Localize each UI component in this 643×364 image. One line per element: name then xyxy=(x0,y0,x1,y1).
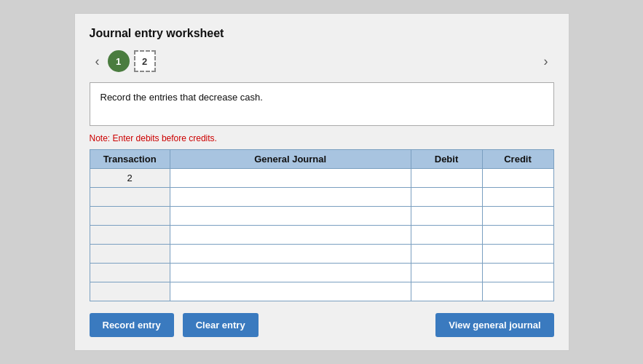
debit-input-cell[interactable] xyxy=(411,226,482,245)
table-row: 2 xyxy=(90,169,553,188)
credit-input[interactable] xyxy=(487,211,549,221)
table-row xyxy=(90,226,553,245)
debit-input-cell[interactable] xyxy=(411,207,482,226)
debit-input-cell[interactable] xyxy=(411,282,482,301)
credit-input[interactable] xyxy=(487,249,549,259)
debit-input[interactable] xyxy=(416,249,478,259)
header-credit: Credit xyxy=(482,150,553,169)
header-debit: Debit xyxy=(411,150,482,169)
journal-input-cell[interactable] xyxy=(170,188,411,207)
debit-input[interactable] xyxy=(416,211,478,221)
tab-1[interactable]: 1 xyxy=(108,50,130,72)
credit-input[interactable] xyxy=(487,230,549,240)
journal-input-cell[interactable] xyxy=(170,245,411,264)
journal-input-cell[interactable] xyxy=(170,282,411,301)
instruction-text: Record the entries that decrease cash. xyxy=(100,92,263,103)
journal-input[interactable] xyxy=(175,173,406,183)
journal-input[interactable] xyxy=(175,287,406,297)
clear-entry-button[interactable]: Clear entry xyxy=(183,313,259,337)
debit-input-cell[interactable] xyxy=(411,169,482,188)
table-row xyxy=(90,207,553,226)
credit-input[interactable] xyxy=(487,287,549,297)
debit-input-cell[interactable] xyxy=(411,264,482,282)
journal-table: Transaction General Journal Debit Credit… xyxy=(90,149,554,301)
table-row xyxy=(90,188,553,207)
instruction-box: Record the entries that decrease cash. xyxy=(90,82,554,126)
transaction-cell xyxy=(90,282,170,301)
journal-input[interactable] xyxy=(175,268,406,278)
debit-input[interactable] xyxy=(416,192,478,202)
worksheet-container: Journal entry worksheet ‹ 1 2 › Record t… xyxy=(74,13,569,351)
journal-input-cell[interactable] xyxy=(170,226,411,245)
transaction-cell xyxy=(90,226,170,245)
transaction-cell xyxy=(90,264,170,282)
table-row xyxy=(90,282,553,301)
credit-input-cell[interactable] xyxy=(482,207,553,226)
journal-input[interactable] xyxy=(175,249,406,259)
debit-input[interactable] xyxy=(416,268,478,278)
credit-input-cell[interactable] xyxy=(482,245,553,264)
note-text: Note: Enter debits before credits. xyxy=(90,133,554,143)
page-title: Journal entry worksheet xyxy=(90,27,554,40)
credit-input[interactable] xyxy=(487,173,549,183)
nav-row: ‹ 1 2 › xyxy=(90,50,554,72)
credit-input-cell[interactable] xyxy=(482,188,553,207)
credit-input-cell[interactable] xyxy=(482,226,553,245)
journal-input-cell[interactable] xyxy=(170,264,411,282)
table-row xyxy=(90,245,553,264)
journal-input[interactable] xyxy=(175,192,406,202)
credit-input-cell[interactable] xyxy=(482,169,553,188)
header-journal: General Journal xyxy=(170,150,411,169)
transaction-cell: 2 xyxy=(90,169,170,188)
button-row: Record entry Clear entry View general jo… xyxy=(90,313,554,337)
credit-input-cell[interactable] xyxy=(482,264,553,282)
record-entry-button[interactable]: Record entry xyxy=(90,313,174,337)
view-journal-button[interactable]: View general journal xyxy=(435,313,553,337)
prev-arrow[interactable]: ‹ xyxy=(90,54,106,69)
credit-input-cell[interactable] xyxy=(482,282,553,301)
transaction-cell xyxy=(90,207,170,226)
debit-input[interactable] xyxy=(416,230,478,240)
credit-input[interactable] xyxy=(487,192,549,202)
transaction-cell xyxy=(90,245,170,264)
table-row xyxy=(90,264,553,282)
debit-input-cell[interactable] xyxy=(411,245,482,264)
journal-input-cell[interactable] xyxy=(170,169,411,188)
tab-2[interactable]: 2 xyxy=(134,50,156,72)
transaction-cell xyxy=(90,188,170,207)
header-transaction: Transaction xyxy=(90,150,170,169)
journal-input[interactable] xyxy=(175,211,406,221)
debit-input-cell[interactable] xyxy=(411,188,482,207)
next-arrow[interactable]: › xyxy=(538,54,554,69)
debit-input[interactable] xyxy=(416,287,478,297)
credit-input[interactable] xyxy=(487,268,549,278)
journal-input-cell[interactable] xyxy=(170,207,411,226)
debit-input[interactable] xyxy=(416,173,478,183)
journal-input[interactable] xyxy=(175,230,406,240)
